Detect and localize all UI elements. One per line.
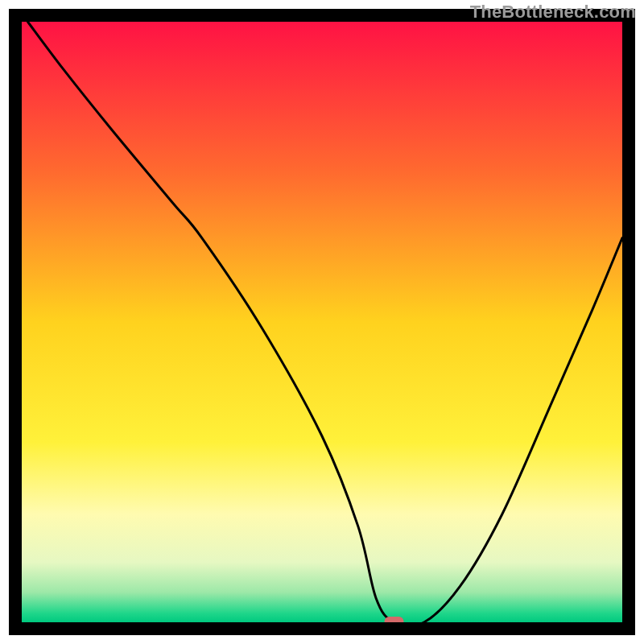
bottleneck-chart: TheBottleneck.com <box>0 0 644 644</box>
gradient-background <box>22 22 622 622</box>
watermark-text: TheBottleneck.com <box>470 2 636 23</box>
chart-canvas <box>0 0 644 644</box>
